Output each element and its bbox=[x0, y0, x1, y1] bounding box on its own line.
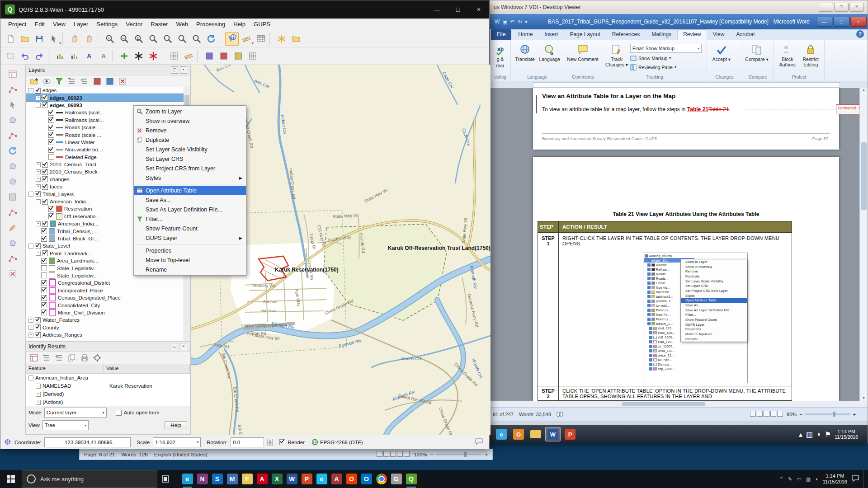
context-menu-item-filter[interactable]: Filter... bbox=[134, 214, 246, 224]
vdi-tray-volume-icon[interactable]: ◖ bbox=[816, 430, 821, 438]
vdi-minimize-button[interactable]: — bbox=[819, 3, 833, 12]
identify-row[interactable]: +(Derived) bbox=[26, 390, 190, 398]
add-ring-icon[interactable] bbox=[6, 175, 19, 188]
reshape-icon[interactable] bbox=[6, 252, 19, 265]
vdi-tray-customize-icon[interactable]: ▴ bbox=[799, 430, 802, 439]
vdi-maximize-button[interactable]: □ bbox=[834, 3, 849, 12]
table-edit-icon[interactable] bbox=[6, 67, 19, 81]
vdi-taskbar-powerpoint-icon[interactable]: P bbox=[562, 427, 578, 441]
identify-view-combo[interactable]: Tree▾ bbox=[42, 420, 89, 430]
taskbar-excel-icon[interactable]: X bbox=[269, 470, 284, 488]
context-menu-item-move-to-top-level[interactable]: Move to Top-level bbox=[134, 255, 246, 265]
tab-mailings[interactable]: Mailings bbox=[646, 29, 677, 40]
track-changes-button[interactable]: TrackChanges ▾ bbox=[605, 43, 628, 67]
identify-panel-titlebar[interactable]: Identify Results ▢ × bbox=[26, 342, 190, 352]
map-tips-icon[interactable] bbox=[167, 49, 181, 63]
compare-button[interactable]: Compare ▾ bbox=[745, 43, 769, 62]
tree-expander-icon[interactable]: + bbox=[28, 333, 33, 338]
filter-legend-icon[interactable] bbox=[53, 75, 65, 87]
context-menu-item-set-project-crs-from-layer[interactable]: Set Project CRS from Layer bbox=[134, 164, 246, 173]
tree-expander-icon[interactable]: - bbox=[28, 244, 33, 249]
gups-grid-icon[interactable] bbox=[246, 49, 259, 63]
tree-expander-icon[interactable]: - bbox=[36, 103, 41, 108]
bg-word-zoom-in[interactable]: + bbox=[485, 452, 488, 457]
taskbar-mail-icon[interactable]: M bbox=[225, 470, 240, 488]
context-menu-item-gups-layer[interactable]: GUPS Layer▶ bbox=[134, 233, 246, 243]
add-polygon-icon[interactable] bbox=[6, 113, 19, 127]
taskbar-file-explorer-icon[interactable]: F bbox=[240, 470, 255, 488]
taskbar-edge-icon[interactable]: e bbox=[180, 470, 195, 488]
expand-tree-icon[interactable] bbox=[41, 352, 52, 364]
task-view-button[interactable] bbox=[157, 470, 174, 488]
display-for-review-combo[interactable]: Final: Show Markup▾ bbox=[630, 44, 702, 53]
layer-visibility-checkbox[interactable] bbox=[42, 221, 48, 227]
layer-visibility-checkbox[interactable] bbox=[48, 213, 54, 219]
move-feature-icon[interactable] bbox=[6, 98, 19, 112]
tray-pen-icon[interactable]: ✎ bbox=[788, 476, 792, 482]
layers-panel-titlebar[interactable]: Layers ▢ × bbox=[26, 65, 190, 75]
word-view-buttons[interactable] bbox=[750, 411, 784, 418]
context-menu-item-show-in-overview[interactable]: Show in overview bbox=[134, 116, 246, 126]
context-menu-item-rename[interactable]: Rename bbox=[134, 265, 246, 274]
tray-battery-icon[interactable]: ▭ bbox=[797, 476, 801, 482]
taskbar-word-icon[interactable]: W bbox=[284, 470, 299, 488]
rotation-spin-buttons[interactable]: ▲▼ bbox=[267, 439, 273, 446]
layer-visibility-checkbox[interactable] bbox=[35, 324, 41, 330]
qgis-titlebar[interactable]: Q QGIS 2.8.3-Wien - 49901171750 — □ × bbox=[0, 0, 489, 19]
layer-visibility-checkbox[interactable] bbox=[35, 191, 41, 197]
bg-word-word-count[interactable]: Words: 126 bbox=[121, 452, 148, 457]
context-menu-item-duplicate[interactable]: Duplicate bbox=[134, 135, 246, 145]
composer-icon[interactable] bbox=[182, 49, 195, 63]
context-menu-item-save-as-layer-definition-file[interactable]: Save As Layer Definition File... bbox=[134, 205, 246, 214]
word-page-2[interactable]: Table 21 View Layer Attributes Using the… bbox=[533, 157, 839, 401]
translate-button[interactable]: Translate bbox=[514, 43, 537, 62]
new-bookmark-icon[interactable] bbox=[275, 32, 288, 46]
word-minimize-button[interactable]: — bbox=[816, 17, 832, 27]
block-authors-button[interactable]: BlockAuthors bbox=[777, 43, 798, 67]
vdi-taskbar-word-icon[interactable]: W bbox=[545, 427, 561, 441]
legend-blue-icon[interactable] bbox=[104, 75, 116, 87]
menu-raster[interactable]: Raster bbox=[146, 19, 172, 29]
layer-visibility-checkbox[interactable] bbox=[41, 236, 47, 242]
new-comment-button[interactable]: New Comment bbox=[567, 43, 599, 62]
tree-expander-icon[interactable]: + bbox=[36, 184, 41, 189]
tree-expander-icon[interactable]: + bbox=[36, 95, 41, 100]
labeling-icon[interactable]: A bbox=[82, 49, 96, 63]
layer-visibility-checkbox[interactable] bbox=[42, 184, 48, 190]
layer-visibility-checkbox[interactable] bbox=[35, 332, 41, 338]
help-icon[interactable]: ? bbox=[856, 30, 864, 38]
auto-open-form-checkbox[interactable] bbox=[116, 410, 122, 416]
remove-layer-icon[interactable] bbox=[117, 75, 128, 87]
menu-gups[interactable]: GUPS bbox=[250, 19, 274, 29]
tab-insert[interactable]: Insert bbox=[538, 29, 564, 40]
taskbar-chrome-icon[interactable] bbox=[374, 470, 389, 488]
menu-processing[interactable]: Processing bbox=[192, 19, 229, 29]
merge-features-icon[interactable] bbox=[6, 236, 19, 250]
taskbar-store-icon[interactable]: S bbox=[210, 470, 225, 488]
context-menu-item-properties[interactable]: Properties bbox=[134, 246, 246, 255]
layer-tree-item[interactable]: +Address_Ranges bbox=[26, 331, 184, 338]
vertex-tool-red-icon[interactable] bbox=[146, 49, 160, 63]
save-project-icon[interactable] bbox=[33, 32, 46, 46]
vdi-tray-flag-icon[interactable]: ⚑ bbox=[825, 430, 831, 439]
vdi-taskbar-folder-icon[interactable] bbox=[528, 427, 543, 441]
zoom-last-icon[interactable] bbox=[175, 32, 189, 46]
context-menu-item-zoom-to-layer[interactable]: Zoom to Layer bbox=[134, 107, 246, 116]
layer-visibility-checkbox[interactable] bbox=[41, 302, 47, 308]
tray-show-hidden-icon[interactable]: ⌃ bbox=[779, 476, 783, 482]
delete-part-icon[interactable] bbox=[6, 267, 19, 281]
word-zoom-out[interactable]: − bbox=[799, 412, 802, 417]
identify-panel-float-button[interactable]: ▢ bbox=[171, 343, 178, 350]
context-menu-item-save-as[interactable]: Save As... bbox=[134, 195, 246, 205]
zoom-to-selection-icon[interactable] bbox=[161, 32, 175, 46]
simplify-feature-icon[interactable] bbox=[6, 160, 19, 173]
crs-status-button[interactable]: EPSG:4269 (OTF) bbox=[311, 439, 363, 446]
tree-expander-icon[interactable]: + bbox=[28, 325, 33, 330]
tree-expander-icon[interactable]: + bbox=[36, 251, 41, 256]
tree-expander-icon[interactable]: + bbox=[28, 318, 33, 323]
collapse-tree-icon[interactable] bbox=[53, 352, 65, 364]
show-markup-button[interactable]: Show Markup▾ bbox=[630, 54, 702, 62]
identify-mode-combo[interactable]: Current layer▾ bbox=[44, 408, 107, 418]
expand-all-icon[interactable] bbox=[66, 75, 78, 87]
vdi-clock[interactable]: 1:14 PM11/15/2016 bbox=[835, 429, 858, 440]
